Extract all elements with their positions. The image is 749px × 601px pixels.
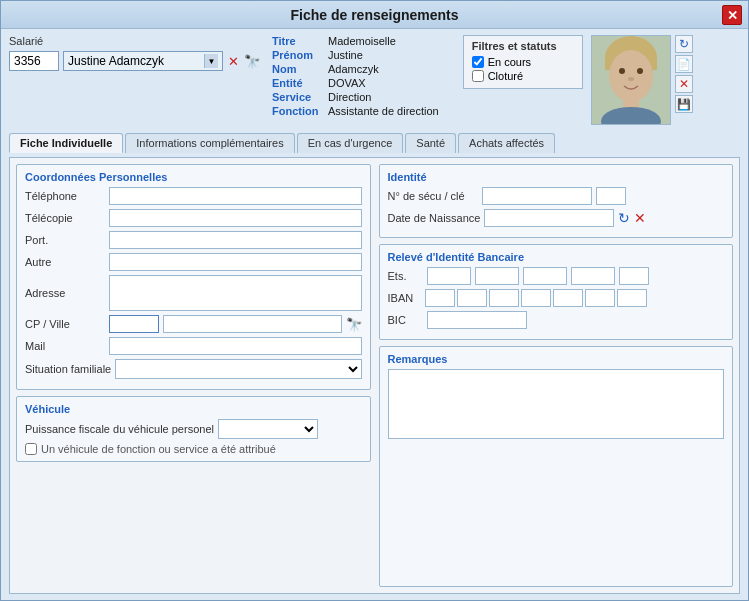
tabs: Fiche Individuelle Informations compléme… — [9, 133, 740, 153]
autre-row: Autre — [25, 253, 362, 271]
situation-select[interactable]: Célibataire Marié(e) Divorcé(e) — [115, 359, 361, 379]
secu-row: N° de sécu / clé — [388, 187, 725, 205]
cp-ville-row: CP / Ville 🔭 — [25, 315, 362, 333]
iban-input1[interactable] — [425, 289, 455, 307]
identite-title: Identité — [388, 171, 725, 183]
telecopie-label: Télécopie — [25, 212, 105, 224]
vehicule-section: Véhicule Puissance fiscale du véhicule p… — [16, 396, 371, 462]
mail-input[interactable] — [109, 337, 362, 355]
port-input[interactable] — [109, 231, 362, 249]
cp-search-icon[interactable]: 🔭 — [346, 317, 362, 332]
salarie-name-dropdown[interactable]: Justine Adamczyk ▼ — [63, 51, 223, 71]
fonction-label: Fonction — [272, 105, 322, 117]
telecopie-row: Télécopie — [25, 209, 362, 227]
prenom-label: Prénom — [272, 49, 322, 61]
iban-input3[interactable] — [489, 289, 519, 307]
port-label: Port. — [25, 234, 105, 246]
service-label: Service — [272, 91, 322, 103]
ville-input[interactable] — [163, 315, 342, 333]
dob-row: Date de Naissance ↻ ✕ — [388, 209, 725, 227]
photo-refresh-icon[interactable]: ↻ — [675, 35, 693, 53]
photo-section: ↻ 📄 ✕ 💾 — [591, 35, 693, 125]
close-button[interactable]: ✕ — [722, 5, 742, 25]
remarques-textarea[interactable] — [388, 369, 725, 439]
ets-input4[interactable] — [571, 267, 615, 285]
telecopie-input[interactable] — [109, 209, 362, 227]
telephone-input[interactable] — [109, 187, 362, 205]
fonction-vehicle-label: Un véhicule de fonction ou service a été… — [41, 443, 276, 455]
ets-input1[interactable] — [427, 267, 471, 285]
search-salarie-icon[interactable]: 🔭 — [244, 54, 260, 69]
main-window: Fiche de renseignements ✕ Salarié Justin… — [0, 0, 749, 601]
ets-input3[interactable] — [523, 267, 567, 285]
mail-label: Mail — [25, 340, 105, 352]
entite-value: DOVAX — [328, 77, 366, 89]
delete-salarie-icon[interactable]: ✕ — [228, 54, 239, 69]
iban-input4[interactable] — [521, 289, 551, 307]
secu-label: N° de sécu / clé — [388, 190, 478, 202]
dob-refresh-icon[interactable]: ↻ — [618, 210, 630, 226]
service-value: Direction — [328, 91, 371, 103]
tab-informations-complementaires[interactable]: Informations complémentaires — [125, 133, 294, 153]
cp-ville-label: CP / Ville — [25, 318, 105, 330]
iban-input5[interactable] — [553, 289, 583, 307]
svg-point-5 — [637, 68, 643, 74]
iban-input7[interactable] — [617, 289, 647, 307]
fonction-vehicle-checkbox[interactable] — [25, 443, 37, 455]
bic-row: BIC — [388, 311, 725, 329]
titre-value: Mademoiselle — [328, 35, 396, 47]
photo-delete-icon[interactable]: ✕ — [675, 75, 693, 93]
puissance-row: Puissance fiscale du véhicule personel — [25, 419, 362, 439]
iban-input2[interactable] — [457, 289, 487, 307]
iban-input6[interactable] — [585, 289, 615, 307]
photo-save-icon[interactable]: 💾 — [675, 95, 693, 113]
dob-delete-icon[interactable]: ✕ — [634, 210, 646, 226]
photo-area — [591, 35, 671, 125]
coordonnees-title: Coordonnées Personnelles — [25, 171, 362, 183]
dob-input[interactable] — [484, 209, 614, 227]
left-column: Coordonnées Personnelles Téléphone Téléc… — [16, 164, 371, 587]
tab-achats[interactable]: Achats affectés — [458, 133, 555, 153]
cloture-checkbox[interactable] — [472, 70, 484, 82]
info-row-nom: Nom Adamczyk — [272, 63, 439, 75]
telephone-row: Téléphone — [25, 187, 362, 205]
entite-label: Entité — [272, 77, 322, 89]
port-row: Port. — [25, 231, 362, 249]
employee-photo — [592, 36, 670, 124]
salarie-label: Salarié — [9, 35, 260, 47]
autre-input[interactable] — [109, 253, 362, 271]
svg-point-4 — [619, 68, 625, 74]
iban-label: IBAN — [388, 292, 423, 304]
photo-icons: ↻ 📄 ✕ 💾 — [675, 35, 693, 125]
photo-upload-icon[interactable]: 📄 — [675, 55, 693, 73]
ets-input2[interactable] — [475, 267, 519, 285]
en-cours-row: En cours — [472, 56, 574, 68]
autre-label: Autre — [25, 256, 105, 268]
en-cours-checkbox[interactable] — [472, 56, 484, 68]
telephone-label: Téléphone — [25, 190, 105, 202]
nom-value: Adamczyk — [328, 63, 379, 75]
ets-input5[interactable] — [619, 267, 649, 285]
puissance-select[interactable] — [218, 419, 318, 439]
situation-label: Situation familiale — [25, 363, 111, 375]
bic-input[interactable] — [427, 311, 527, 329]
filtres-block: Filtres et statuts En cours Cloturé — [463, 35, 583, 89]
titre-label: Titre — [272, 35, 322, 47]
cp-input[interactable] — [109, 315, 159, 333]
remarques-title: Remarques — [388, 353, 725, 365]
svg-point-3 — [609, 50, 653, 102]
adresse-input[interactable] — [109, 275, 362, 311]
svg-point-6 — [628, 77, 634, 81]
secu-input[interactable] — [482, 187, 592, 205]
info-row-prenom: Prénom Justine — [272, 49, 439, 61]
salarie-id-input[interactable] — [9, 51, 59, 71]
salarie-row: Justine Adamczyk ▼ ✕ 🔭 — [9, 51, 260, 71]
tab-fiche-individuelle[interactable]: Fiche Individuelle — [9, 133, 123, 153]
puissance-label: Puissance fiscale du véhicule personel — [25, 423, 214, 435]
tab-sante[interactable]: Santé — [405, 133, 456, 153]
secu-key-input[interactable] — [596, 187, 626, 205]
employee-info-block: Titre Mademoiselle Prénom Justine Nom Ad… — [272, 35, 439, 117]
tab-urgence[interactable]: En cas d'urgence — [297, 133, 404, 153]
coordonnees-section: Coordonnées Personnelles Téléphone Téléc… — [16, 164, 371, 390]
dropdown-arrow-icon[interactable]: ▼ — [204, 54, 218, 68]
